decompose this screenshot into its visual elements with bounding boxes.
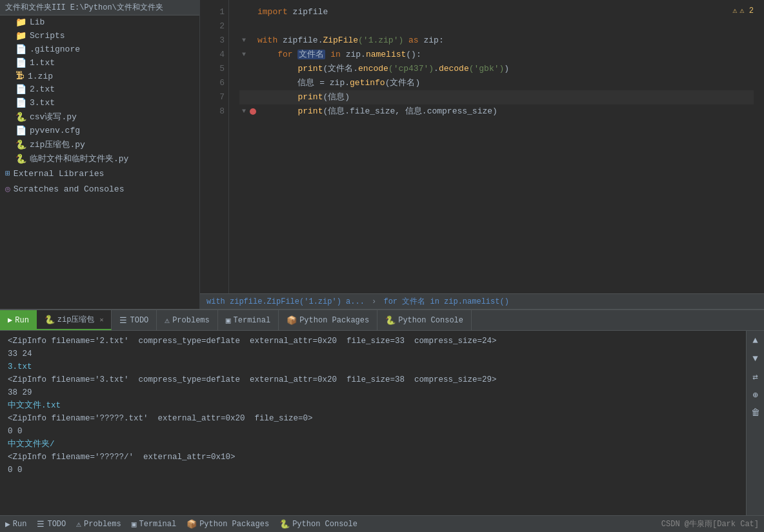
editor-content[interactable]: 1 2 3 4 5 6 7 8 import zipfile xyxy=(200,0,764,293)
clear-button[interactable]: 🗑 xyxy=(749,406,763,420)
breadcrumb-link-2[interactable]: for 文件名 in zip.namelist() xyxy=(383,297,508,306)
tab-problems[interactable]: ⚠ Problems xyxy=(157,310,217,330)
footer-todo-label: TODO xyxy=(47,520,66,529)
py-icon: 🐍 xyxy=(15,112,26,123)
footer-python-console[interactable]: 🐍 Python Console xyxy=(279,519,357,529)
todo-footer-icon: ☰ xyxy=(37,519,45,529)
editor-area: 1 2 3 4 5 6 7 8 import zipfile xyxy=(200,0,764,309)
code-text-5: print(文件名.encode('cp437').decode('gbk')) xyxy=(257,62,754,76)
sidebar-item-label: csv读写.py xyxy=(30,111,77,123)
bottom-tabs: ▶ Run 🐍 zip压缩包 ✕ ☰ TODO ⚠ Problems ▣ Ter… xyxy=(0,310,764,331)
tab-terminal-label: Terminal xyxy=(234,316,271,325)
console-line-11: 0 0 xyxy=(8,464,738,477)
code-line-6: 信息 = zip.getinfo(文件名) xyxy=(239,76,754,90)
tab-terminal[interactable]: ▣ Terminal xyxy=(218,310,279,330)
scratches-and-consoles[interactable]: ◎ Scratches and Consoles xyxy=(0,181,199,197)
footer-todo[interactable]: ☰ TODO xyxy=(37,519,66,529)
console-line-5: 38 29 xyxy=(8,386,738,399)
fold-4[interactable]: ▼ xyxy=(239,48,248,62)
code-line-3: ▼ with zipfile.ZipFile('1.zip') as zip: xyxy=(239,34,754,48)
sidebar-item-label: 3.txt xyxy=(30,98,55,108)
tab-todo[interactable]: ☰ TODO xyxy=(112,310,157,330)
sidebar-item-lib[interactable]: 📁 Lib xyxy=(0,15,199,29)
tab-todo-label: TODO xyxy=(130,316,148,325)
tab-packages-label: Python Packages xyxy=(299,316,369,325)
sidebar-item-label: 1.zip xyxy=(28,72,53,81)
run-label: Run xyxy=(15,316,29,325)
console-line-6: 中文文件.txt xyxy=(8,399,738,412)
console-line-3: 3.txt xyxy=(8,360,738,373)
console-line-7: <ZipInfo filename='?????.txt' external_a… xyxy=(8,412,738,425)
txt-icon: 📄 xyxy=(15,97,26,108)
db-icon: ⊞ xyxy=(5,168,10,179)
sidebar-item-csvpy[interactable]: 🐍 csv读写.py xyxy=(0,110,199,124)
run-tab[interactable]: ▶ Run xyxy=(0,310,37,330)
tab-python-packages[interactable]: 📦 Python Packages xyxy=(279,310,377,330)
sidebar-item-2txt[interactable]: 📄 2.txt xyxy=(0,83,199,96)
code-text-8: print(信息.file_size, 信息.compress_size) xyxy=(257,104,754,119)
scroll-up-button[interactable]: ▲ xyxy=(749,333,763,348)
sidebar-item-tmppy[interactable]: 🐍 临时文件和临时文件夹.py xyxy=(0,152,199,166)
tab-python-console[interactable]: 🐍 Python Console xyxy=(377,310,472,330)
code-line-2 xyxy=(239,19,754,34)
folder-icon: 📁 xyxy=(15,30,26,41)
breadcrumb-link-1[interactable]: with zipfile.ZipFile('1.zip') a... xyxy=(206,297,365,306)
console-line-8: 0 0 xyxy=(8,425,738,438)
scratches-label: Scratches and Consoles xyxy=(14,184,125,194)
packages-footer-icon: 📦 xyxy=(186,519,197,529)
tab-close-button[interactable]: ✕ xyxy=(99,316,103,324)
fold-3[interactable]: ▼ xyxy=(239,34,248,48)
fold-8[interactable]: ▼ xyxy=(239,104,248,119)
py-tab-icon: 🐍 xyxy=(45,315,55,325)
tab-zip[interactable]: 🐍 zip压缩包 ✕ xyxy=(37,310,112,330)
footer-problems[interactable]: ⚠ Problems xyxy=(76,519,121,529)
tab-console-label: Python Console xyxy=(398,316,463,325)
sidebar-item-gitignore[interactable]: 📄 .gitignore xyxy=(0,43,199,56)
sidebar-item-pyvenv[interactable]: 📄 pyvenv.cfg xyxy=(0,124,199,137)
console-side-buttons: ▲ ▼ ⇄ ⊕ 🗑 xyxy=(746,331,764,515)
sidebar-item-1txt[interactable]: 📄 1.txt xyxy=(0,56,199,70)
footer-terminal[interactable]: ▣ Terminal xyxy=(132,519,176,529)
sidebar-item-scripts[interactable]: 📁 Scripts xyxy=(0,29,199,43)
footer-problems-label: Problems xyxy=(84,520,121,529)
zip-icon: 🗜 xyxy=(15,71,25,81)
external-libraries[interactable]: ⊞ External Libraries xyxy=(0,166,199,181)
problems-icon: ⚠ xyxy=(165,315,170,326)
terminal-icon: ▣ xyxy=(226,315,231,326)
bp-8 xyxy=(248,104,257,115)
code-line-5: print(文件名.encode('cp437').decode('gbk')) xyxy=(239,62,754,76)
add-button[interactable]: ⊕ xyxy=(749,388,763,402)
terminal-footer-icon: ▣ xyxy=(132,519,137,529)
sidebar-header: 文件和文件夹III E:\Python\文件和文件夹 xyxy=(0,0,199,15)
code-editor[interactable]: import zipfile ▼ with zipfile.ZipFile('1… xyxy=(229,0,764,293)
bottom-panel: ▶ Run 🐍 zip压缩包 ✕ ☰ TODO ⚠ Problems ▣ Ter… xyxy=(0,309,764,515)
sidebar-item-label: 2.txt xyxy=(30,84,55,94)
wrap-button[interactable]: ⇄ xyxy=(749,369,763,384)
console-body: <ZipInfo filename='2.txt' compress_type=… xyxy=(0,331,764,515)
problems-footer-icon: ⚠ xyxy=(76,519,81,529)
sidebar-item-1zip[interactable]: 🗜 1.zip xyxy=(0,70,199,83)
code-line-8: ▼ print(信息.file_size, 信息.compress_size) xyxy=(239,104,754,119)
warning-icon: ⚠ xyxy=(732,4,737,18)
footer-python-packages[interactable]: 📦 Python Packages xyxy=(186,519,269,529)
code-line-7: print(信息) xyxy=(239,90,754,104)
code-line-1: import zipfile xyxy=(239,5,754,19)
gitignore-icon: 📄 xyxy=(15,44,26,55)
console-py-icon: 🐍 xyxy=(385,315,396,326)
sidebar-item-label: Scripts xyxy=(30,31,65,41)
py-icon: 🐍 xyxy=(15,139,26,150)
code-text-6: 信息 = zip.getinfo(文件名) xyxy=(257,76,754,90)
console-output[interactable]: <ZipInfo filename='2.txt' compress_type=… xyxy=(0,331,746,515)
run-icon: ▶ xyxy=(8,315,12,325)
footer-run[interactable]: ▶ Run xyxy=(5,519,26,529)
sidebar-item-label: Lib xyxy=(30,17,45,27)
sidebar-item-label: zip压缩包.py xyxy=(30,139,85,150)
code-text-2 xyxy=(257,19,754,34)
breadcrumb: with zipfile.ZipFile('1.zip') a... › for… xyxy=(200,293,764,309)
scroll-down-button[interactable]: ▼ xyxy=(749,351,763,366)
code-text-4: for 文件名 in zip.namelist(): xyxy=(257,48,754,62)
sidebar-item-zippy[interactable]: 🐍 zip压缩包.py xyxy=(0,137,199,152)
sidebar-item-3txt[interactable]: 📄 3.txt xyxy=(0,96,199,110)
run-footer-icon: ▶ xyxy=(5,519,10,529)
console-line-2: 33 24 xyxy=(8,348,738,360)
